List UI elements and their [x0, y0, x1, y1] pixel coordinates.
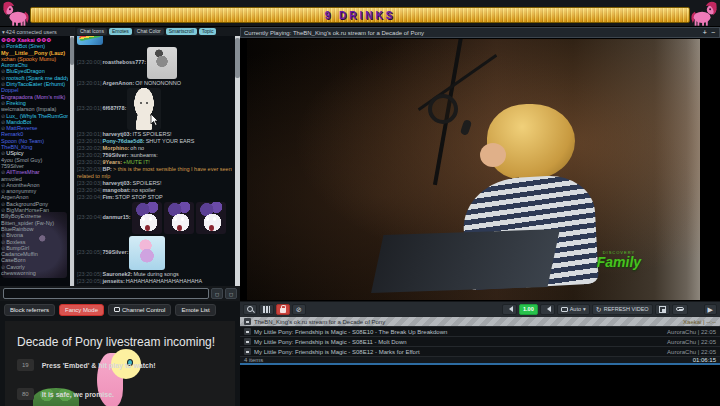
tab-smartscroll[interactable]: Smartscroll: [166, 28, 197, 35]
chat-scrollbar[interactable]: [235, 36, 240, 286]
zoom-tool-button[interactable]: [243, 304, 257, 315]
tab-topic[interactable]: Topic: [199, 28, 217, 35]
afk-icon: ⊘: [1, 245, 5, 251]
user-name: rootsoft (Spank me daddy): [6, 75, 68, 81]
pony-sprite-right: [689, 1, 719, 26]
banner-title: 9 DRINKS: [325, 10, 396, 21]
message-timestamp: [23:20:01]: [77, 105, 101, 111]
playlist: TheBN_King's ok.ru stream for a Decade o…: [240, 316, 720, 365]
channel-watermark: DISCOVERY Family: [597, 251, 641, 269]
chat-scrollbar-thumb[interactable]: [235, 38, 240, 78]
message-username: Pony-76dae5d8:: [102, 138, 144, 144]
cheer-emote: [129, 236, 165, 270]
afk-icon: ⊘: [1, 113, 5, 119]
tab-chat-color[interactable]: Chat Color: [134, 28, 164, 35]
user-name: BackgroundPony: [6, 201, 48, 207]
playlist-item[interactable]: TheBN_King's ok.ru stream for a Decade o…: [240, 316, 720, 326]
fullscreen-button[interactable]: [655, 304, 670, 315]
fancy-mode-button[interactable]: Fancy Mode: [59, 304, 104, 316]
chat-input[interactable]: [3, 288, 209, 299]
button-label: Fancy Mode: [65, 307, 98, 313]
next-icon: ▶: [708, 306, 713, 313]
message-text: OI! NONONONNO: [135, 80, 181, 86]
user-name: Bitten_spider (Fw-Ny): [1, 220, 54, 226]
userlist-scrollbar[interactable]: [70, 36, 74, 286]
userlist-header[interactable]: ▾ 424 connected users: [0, 27, 74, 36]
playlist-item[interactable]: My Little Pony: Friendship is Magic - S0…: [240, 326, 720, 336]
afk-icon: ⊘: [1, 264, 5, 270]
userlist-scrollbar-thumb[interactable]: [70, 37, 74, 65]
speaker-plus-icon: [544, 306, 551, 312]
message-timestamp: [23:20:05]: [77, 271, 101, 277]
banner-bar: 9 DRINKS: [30, 7, 690, 23]
video-frame: DISCOVERY Family: [247, 39, 700, 300]
chat-emote-picker-button[interactable]: ◻: [211, 288, 223, 299]
pony-sprite-left: [1, 1, 31, 26]
user-name: Doppel: [1, 87, 18, 93]
user-list: ⚙⚙⚙ Xaekai ⚙⚙⚙⊘PonkBot (Siren)My__Little…: [0, 36, 74, 286]
microphone: [460, 119, 472, 136]
playback-rate-button[interactable]: 1.00: [519, 304, 538, 315]
playlist-item[interactable]: My Little Pony: Friendship is Magic - S0…: [240, 346, 720, 356]
message-text: +MUTE IT!: [123, 159, 150, 165]
tab-chat-icons[interactable]: Chat Icons: [77, 28, 107, 35]
quality-dropdown[interactable]: Auto ▾: [557, 304, 590, 315]
message-username: Sauronek2:: [102, 271, 132, 277]
user-name: BluEyedDragon: [6, 68, 45, 74]
player-shrink-button[interactable]: −: [710, 28, 716, 37]
player-controls-bar: ⊘ 1.00 Auto ▾ ↻ REFRESH VIDEO ▶: [240, 301, 720, 316]
disable-button[interactable]: ⊘: [292, 304, 306, 315]
chat-actions-row: Block referrersFancy ModeChannel Control…: [0, 301, 240, 318]
motd-step: 19Press 'Embed' & hit play to watch!: [17, 359, 231, 371]
quality-label: Auto: [570, 306, 581, 312]
motd-panel: Decade of Pony livestream incoming! 19Pr…: [5, 321, 235, 406]
playlist-item-meta: AuroraChu | 22:05: [667, 349, 716, 355]
user-name: Fireking: [6, 100, 26, 106]
chat-message: [23:20:05]Sauronek2:Mute during songs: [77, 271, 233, 278]
chat-message: [23:20:02]Morphino:oh no: [77, 145, 233, 152]
afk-icon: ⊘: [1, 182, 5, 188]
volume-up-button[interactable]: [540, 304, 555, 315]
emote-list-button[interactable]: Emote List: [175, 304, 215, 316]
afk-icon: ⊘: [1, 150, 5, 156]
user-list-item[interactable]: chewsworning: [1, 270, 68, 276]
button-label: Block referrers: [10, 307, 49, 313]
message-text: oh no: [130, 145, 144, 151]
tab-emotes[interactable]: Emotes: [109, 28, 132, 35]
message-username: 9Years:: [102, 159, 122, 165]
chat-message: [23:20:05]jenseits:HAHAHAHAHAHAHAHAHAHA: [77, 278, 233, 285]
now-playing-bar: Currently Playing: TheBN_King's ok.ru st…: [240, 27, 720, 38]
message-timestamp: [23:20:04]: [77, 187, 101, 193]
message-username: ArgenAnon:: [102, 80, 134, 86]
message-username: harveytj03:: [102, 180, 131, 186]
refresh-video-button[interactable]: ↻ REFRESH VIDEO: [592, 304, 653, 315]
afk-icon: ⊘: [1, 75, 5, 81]
caret-down-icon: ▾: [583, 306, 586, 312]
chat-message: [77, 36, 233, 46]
embed-link-button[interactable]: [672, 304, 688, 315]
user-name: MandoBot: [6, 119, 31, 125]
user-name: CadanceMuffin: [1, 251, 38, 257]
rarity-emote: [132, 202, 162, 234]
link-icon: [676, 307, 684, 311]
layout-toggle-button[interactable]: [259, 304, 274, 315]
lock-playlist-button[interactable]: [276, 304, 290, 315]
channel-control-button[interactable]: Channel Control: [108, 304, 171, 316]
chat-options-button[interactable]: ◻: [225, 288, 237, 299]
next-video-button[interactable]: ▶: [704, 304, 717, 315]
userlist-panel: ▾ 424 connected users ⚙⚙⚙ Xaekai ⚙⚙⚙⊘Pon…: [0, 27, 75, 286]
playlist-item-meta: AuroraChu | 22:05: [667, 329, 716, 335]
message-timestamp: [23:20:04]: [77, 194, 101, 200]
message-timestamp: [23:20:03]: [77, 180, 101, 186]
volume-down-button[interactable]: [502, 304, 517, 315]
block-referrers-button[interactable]: Block referrers: [4, 304, 55, 316]
afk-icon: ⊘: [1, 100, 5, 106]
message-username: 759Silver:: [102, 152, 128, 158]
user-name: AuroraChu: [1, 62, 28, 68]
player-enlarge-button[interactable]: +: [702, 28, 708, 37]
user-name: Remark0: [1, 131, 23, 137]
video-player[interactable]: DISCOVERY Family: [240, 38, 720, 301]
user-list-rows: ⚙⚙⚙ Xaekai ⚙⚙⚙⊘PonkBot (Siren)My__Little…: [0, 36, 74, 276]
user-name: anonyummy: [6, 188, 36, 194]
playlist-item[interactable]: My Little Pony: Friendship is Magic - S0…: [240, 336, 720, 346]
